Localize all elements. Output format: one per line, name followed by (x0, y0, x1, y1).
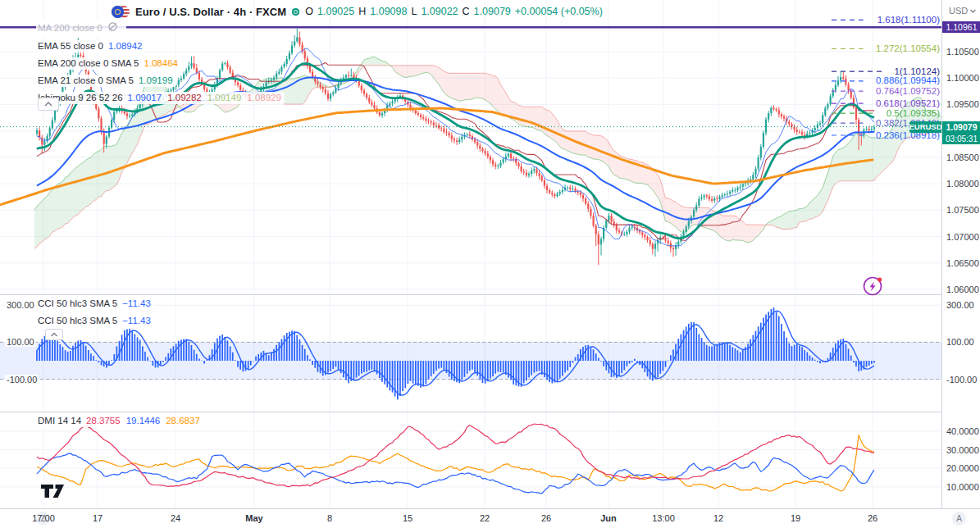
legend-values: −11.43 (122, 298, 151, 309)
legend-value: 1.08942 (108, 41, 143, 52)
cci-left-tick: 300.00 (5, 300, 36, 310)
legend-row[interactable]: EMA 200 close 0 SMA 51.08464 (36, 57, 181, 70)
legend-name: MA 200 close 0 (38, 23, 103, 34)
hline-price-badge: 1.10961 (942, 21, 980, 33)
dmi-pane (37, 424, 874, 494)
cci-tick: -100.00 (946, 375, 977, 385)
legend-row[interactable]: EMA 55 close 01.08942 (36, 40, 145, 52)
symbol-header: Euro / U.S. Dollar · 4h · FXCM O1.09025H… (112, 3, 603, 20)
legend-name: CCI 50 hlc3 SMA 5 (38, 298, 117, 309)
symbol-title[interactable]: Euro / U.S. Dollar · 4h · FXCM (135, 6, 286, 18)
lightning-icon (861, 274, 884, 297)
ohlc-key: L (411, 6, 417, 17)
symbol-pair-icon (112, 5, 130, 19)
chevron-up-icon (50, 332, 58, 338)
legend-name: EMA 55 close 0 (38, 41, 103, 52)
dmi-tick: 10.0000 (946, 482, 979, 492)
time-label: 17:00 (32, 513, 55, 523)
fib-level-label: 1.272(1.10554) (876, 43, 940, 53)
cci-left-tick: 100.00 (5, 337, 36, 347)
time-label: 22 (480, 513, 490, 523)
legend-value: 1.09149 (207, 93, 242, 103)
price-tick: 1.08000 (946, 179, 979, 189)
legend-values: 1.08464 (144, 58, 178, 69)
fib-level-label: 1.618(1.11100) (877, 15, 940, 25)
time-label: 26 (541, 513, 551, 523)
fib-level-label: 1(1.10124) (894, 66, 940, 76)
cci-pane-legend: CCI 50 hlc3 SMA 5−11.43CCI 50 hlc3 SMA 5… (36, 298, 154, 327)
chevron-up-icon (43, 101, 53, 107)
tradingview-chart-window: { "header": { "title": "Euro / U.S. Doll… (0, 0, 980, 528)
price-axis[interactable]: USD 1.105001.100001.095001.085001.080001… (941, 0, 980, 508)
tradingview-logo-icon (39, 483, 67, 499)
time-label: 24 (171, 513, 180, 523)
time-label: 12 (713, 513, 723, 523)
legend-values: 1.090171.092821.091491.08929 (128, 93, 281, 103)
legend-row[interactable]: Ichimoku 9 26 52 261.090171.092821.09149… (36, 92, 285, 104)
price-tick: 1.09500 (946, 99, 979, 109)
ohlc-value: 1.09079 (474, 6, 511, 17)
last-price-badge: 1.09079 (942, 121, 980, 133)
fib-level-label: 0.5(1.09335) (887, 108, 940, 118)
legend-name: CCI 50 hlc3 SMA 5 (38, 316, 117, 326)
legend-value: 1.08464 (144, 58, 178, 69)
legend-name: DMI 14 14 (38, 416, 81, 426)
legend-value: 1.08929 (247, 93, 281, 103)
legend-name: EMA 21 close 0 SMA 5 (38, 75, 134, 86)
main-pane-legend: MA 200 close 0EMA 55 close 01.08942EMA 2… (36, 20, 285, 104)
dmi-tick: 40.0000 (946, 426, 979, 436)
time-label: 13:00 (652, 513, 675, 523)
fib-level-label: 0.886(1.09944) (876, 75, 940, 85)
tradingview-logo[interactable] (39, 483, 67, 503)
legend-name: EMA 200 close 0 SMA 5 (38, 58, 139, 69)
fib-level-label: 0.618(1.09521) (876, 98, 940, 108)
dmi-tick: 20.0000 (946, 463, 979, 473)
legend-row[interactable]: DMI 14 1428.375519.144628.6837 (36, 415, 203, 427)
ohlc-value: 1.09025 (317, 6, 354, 17)
market-status-icon (292, 8, 299, 16)
minus-di-line (37, 435, 874, 491)
chevron-down-icon (970, 9, 976, 13)
legend-value: −11.43 (122, 316, 151, 326)
dmi-pane-legend: DMI 14 1428.375519.144628.6837 (36, 415, 203, 427)
legend-row[interactable]: CCI 50 hlc3 SMA 5−11.43 (36, 298, 154, 310)
cci-left-tick: -100.00 (5, 375, 39, 385)
symbol-name-badge: EURUSD (909, 121, 941, 133)
legend-value: 28.3755 (86, 416, 121, 426)
time-label: 19 (791, 513, 800, 523)
time-label: 8 (327, 513, 332, 523)
eye-off-icon[interactable] (107, 21, 118, 34)
legend-row[interactable]: EMA 21 close 0 SMA 51.09199 (36, 75, 176, 87)
ohlc-value: 1.09022 (421, 6, 458, 17)
legend-value: 28.6837 (166, 416, 200, 426)
legend-value: 1.09282 (167, 93, 202, 103)
legend-row[interactable]: MA 200 close 0 (36, 20, 126, 35)
pane-collapse-button[interactable] (45, 329, 63, 340)
fib-level-label: 0.764(1.09752) (876, 86, 940, 96)
plus-di-line (37, 453, 874, 494)
ohlc-values: O1.09025H1.09098L1.09022C1.09079+0.00054… (305, 6, 603, 17)
legend-value: 19.1446 (126, 416, 161, 426)
pane-collapse-button[interactable] (38, 98, 59, 111)
cci-tick: 100.00 (946, 337, 974, 347)
time-label: 15 (403, 513, 413, 523)
ohlc-key: O (305, 6, 313, 17)
price-tick: 1.07500 (946, 205, 979, 215)
legend-value: 1.09199 (139, 75, 173, 86)
legend-values: 1.08942 (108, 41, 143, 52)
legend-values: 28.375519.144628.6837 (86, 416, 200, 426)
dmi-tick: 30.0000 (946, 445, 979, 455)
legend-value: 1.09017 (128, 93, 162, 103)
legend-values: 1.09199 (139, 75, 173, 86)
autoscale-button[interactable]: A (952, 512, 966, 526)
time-axis[interactable]: Z 17:001724May8152226Jun13:00121926 A (0, 508, 980, 528)
adx-line (37, 424, 874, 487)
legend-row[interactable]: CCI 50 hlc3 SMA 5−11.43 (36, 315, 154, 327)
price-axis-unit-selector[interactable]: USD (949, 6, 976, 16)
bar-countdown-badge: 03:05:31 (942, 133, 980, 144)
price-tick: 1.08500 (946, 152, 979, 162)
quick-action-lightning-button[interactable] (861, 274, 884, 297)
legend-values: −11.43 (122, 316, 151, 326)
price-tick: 1.06500 (946, 258, 979, 268)
ohlc-key: H (358, 6, 366, 17)
